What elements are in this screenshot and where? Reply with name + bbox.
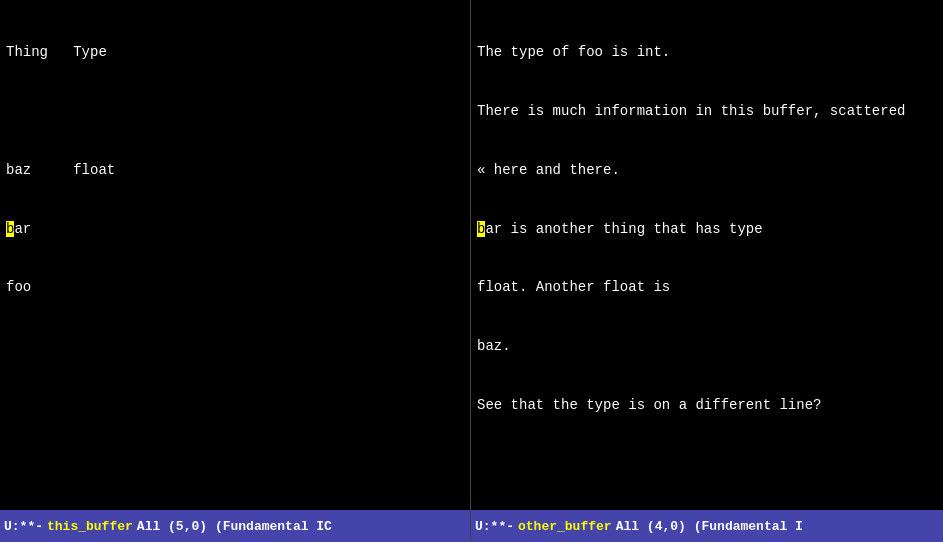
left-line-2	[6, 102, 464, 122]
right-line-2: There is much information in this buffer…	[477, 102, 937, 122]
right-pane[interactable]: The type of foo is int. There is much in…	[471, 0, 943, 510]
right-line-4: bar is another thing that has type	[477, 220, 937, 240]
status-right-mode: (Fundamental I	[694, 519, 803, 534]
status-left-prefix: U:**-	[4, 519, 43, 534]
status-left-buffer-name: this_buffer	[47, 519, 133, 534]
editor-panes: Thing Type baz float bar foo The type of…	[0, 0, 943, 510]
right-line-1: The type of foo is int.	[477, 43, 937, 63]
status-bar: U:**- this_buffer All (5,0) (Fundamental…	[0, 510, 943, 542]
status-right-position: All (4,0)	[616, 519, 686, 534]
right-line-5: float. Another float is	[477, 278, 937, 298]
right-line-3: « here and there.	[477, 161, 937, 181]
right-cursor: b	[477, 221, 485, 237]
cursor: b	[6, 221, 14, 237]
left-line-4: bar	[6, 220, 464, 240]
status-right-prefix: U:**-	[475, 519, 514, 534]
left-pane[interactable]: Thing Type baz float bar foo	[0, 0, 471, 510]
left-line-3: baz float	[6, 161, 464, 181]
status-bar-left: U:**- this_buffer All (5,0) (Fundamental…	[0, 510, 471, 542]
status-right-buffer-name: other_buffer	[518, 519, 612, 534]
status-bar-right: U:**- other_buffer All (4,0) (Fundamenta…	[471, 510, 943, 542]
left-line-5: foo	[6, 278, 464, 298]
left-line-1: Thing Type	[6, 43, 464, 63]
right-line-6: baz.	[477, 337, 937, 357]
status-left-mode: (Fundamental IC	[215, 519, 332, 534]
status-left-position: All (5,0)	[137, 519, 207, 534]
editor-container: Thing Type baz float bar foo The type of…	[0, 0, 943, 542]
right-line-7: See that the type is on a different line…	[477, 396, 937, 416]
